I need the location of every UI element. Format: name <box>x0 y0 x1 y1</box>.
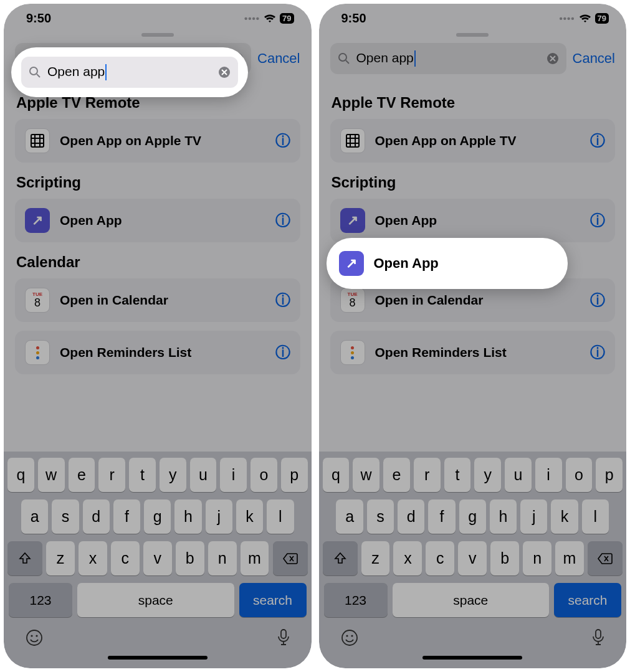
highlight-search: Open app <box>11 47 248 97</box>
clear-icon[interactable] <box>218 66 231 78</box>
key-a[interactable]: a <box>336 499 363 534</box>
info-icon[interactable]: ⓘ <box>590 290 605 310</box>
section-header-atv: Apple TV Remote <box>332 94 616 111</box>
key-m[interactable]: m <box>241 541 269 575</box>
key-b[interactable]: b <box>176 541 204 575</box>
key-f[interactable]: f <box>428 499 455 534</box>
emoji-key[interactable] <box>25 628 44 647</box>
key-v[interactable]: v <box>143 541 172 575</box>
info-icon[interactable]: ⓘ <box>590 211 605 230</box>
key-f[interactable]: f <box>113 499 140 534</box>
key-b[interactable]: b <box>490 541 519 575</box>
keyboard[interactable]: qwertyuiop asdfghjkl zxcvbnm 123 space s… <box>319 452 627 668</box>
key-l[interactable]: l <box>267 499 294 534</box>
action-open-app[interactable]: ↗ Open App ⓘ <box>330 199 616 242</box>
key-s[interactable]: s <box>52 499 79 534</box>
cancel-button[interactable]: Cancel <box>573 50 615 67</box>
key-i[interactable]: i <box>220 458 247 492</box>
backspace-key[interactable] <box>588 541 623 575</box>
key-s[interactable]: s <box>367 499 394 534</box>
shift-key[interactable] <box>7 541 42 575</box>
key-n[interactable]: n <box>208 541 237 575</box>
key-o[interactable]: o <box>251 458 277 492</box>
key-h[interactable]: h <box>174 499 201 534</box>
key-j[interactable]: j <box>520 499 547 534</box>
key-d[interactable]: d <box>398 499 424 534</box>
numbers-key[interactable]: 123 <box>324 583 388 617</box>
numbers-key[interactable]: 123 <box>9 583 72 617</box>
key-y[interactable]: y <box>474 458 501 492</box>
phone-right: 9:50 •••• 79 Open app <box>319 4 627 668</box>
key-i[interactable]: i <box>535 458 562 492</box>
home-indicator[interactable] <box>422 656 522 660</box>
key-p[interactable]: p <box>596 458 623 492</box>
key-q[interactable]: q <box>7 458 34 492</box>
key-u[interactable]: u <box>505 458 532 492</box>
info-icon[interactable]: ⓘ <box>590 131 605 151</box>
info-icon[interactable]: ⓘ <box>275 343 290 362</box>
search-icon <box>338 52 350 65</box>
key-a[interactable]: a <box>21 499 48 534</box>
key-n[interactable]: n <box>523 541 551 575</box>
action-open-reminders-list[interactable]: Open Reminders List ⓘ <box>15 331 300 374</box>
space-key[interactable]: space <box>393 583 550 617</box>
key-p[interactable]: p <box>281 458 308 492</box>
dictation-key[interactable] <box>277 628 290 647</box>
action-open-reminders-list[interactable]: Open Reminders List ⓘ <box>330 331 616 374</box>
key-r[interactable]: r <box>98 458 125 492</box>
clear-icon[interactable] <box>546 52 559 65</box>
key-k[interactable]: k <box>236 499 263 534</box>
key-h[interactable]: h <box>490 499 517 534</box>
shift-key[interactable] <box>323 541 358 575</box>
key-x[interactable]: x <box>393 541 422 575</box>
search-key[interactable]: search <box>554 583 621 617</box>
search-query: Open app <box>47 64 212 80</box>
key-w[interactable]: w <box>38 458 65 492</box>
key-d[interactable]: d <box>83 499 110 534</box>
key-y[interactable]: y <box>160 458 186 492</box>
action-open-app[interactable]: ↗ Open App ⓘ <box>15 199 300 242</box>
key-g[interactable]: g <box>144 499 171 534</box>
action-label: Open App <box>60 213 265 228</box>
key-q[interactable]: q <box>323 458 350 492</box>
key-z[interactable]: z <box>361 541 390 575</box>
key-e[interactable]: e <box>69 458 95 492</box>
backspace-key[interactable] <box>273 541 308 575</box>
home-indicator[interactable] <box>108 656 208 660</box>
sheet-grabber[interactable] <box>456 33 489 37</box>
space-key[interactable]: space <box>77 583 234 617</box>
key-w[interactable]: w <box>353 458 379 492</box>
search-input[interactable]: Open app <box>330 43 566 74</box>
key-c[interactable]: c <box>111 541 140 575</box>
key-m[interactable]: m <box>555 541 584 575</box>
key-j[interactable]: j <box>206 499 232 534</box>
action-open-in-calendar[interactable]: TUE 8 Open in Calendar ⓘ <box>15 278 300 322</box>
key-l[interactable]: l <box>582 499 609 534</box>
key-e[interactable]: e <box>383 458 410 492</box>
action-open-app-apple-tv[interactable]: Open App on Apple TV ⓘ <box>330 119 616 163</box>
key-k[interactable]: k <box>551 499 578 534</box>
svg-point-10 <box>36 635 37 637</box>
sheet-grabber[interactable] <box>141 33 174 37</box>
action-open-app-apple-tv[interactable]: Open App on Apple TV ⓘ <box>15 119 300 163</box>
info-icon[interactable]: ⓘ <box>275 131 290 151</box>
search-key[interactable]: search <box>239 583 307 617</box>
key-r[interactable]: r <box>414 458 441 492</box>
key-g[interactable]: g <box>459 499 486 534</box>
key-u[interactable]: u <box>190 458 217 492</box>
cancel-button[interactable]: Cancel <box>257 50 300 67</box>
keyboard[interactable]: qwertyuiop asdfghjkl zxcvbnm 123 space s… <box>4 452 312 668</box>
key-c[interactable]: c <box>426 541 454 575</box>
key-v[interactable]: v <box>458 541 487 575</box>
emoji-key[interactable] <box>340 628 359 647</box>
key-t[interactable]: t <box>444 458 471 492</box>
key-z[interactable]: z <box>46 541 75 575</box>
info-icon[interactable]: ⓘ <box>275 211 290 230</box>
openapp-icon: ↗ <box>25 208 50 233</box>
info-icon[interactable]: ⓘ <box>590 343 605 362</box>
dictation-key[interactable] <box>591 628 605 647</box>
info-icon[interactable]: ⓘ <box>275 290 290 310</box>
key-x[interactable]: x <box>79 541 107 575</box>
key-t[interactable]: t <box>129 458 156 492</box>
key-o[interactable]: o <box>566 458 593 492</box>
